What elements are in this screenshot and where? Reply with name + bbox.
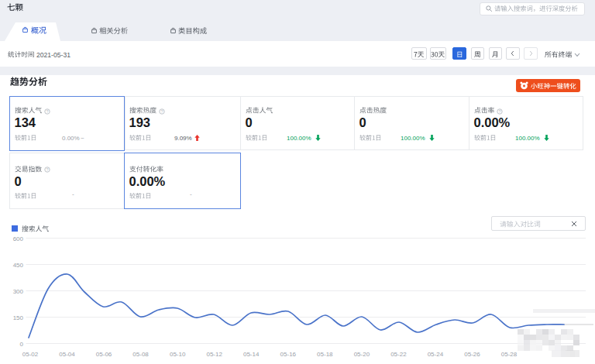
svg-text:05-24: 05-24 (428, 351, 444, 358)
svg-text:150: 150 (13, 314, 24, 321)
svg-text:?: ? (161, 108, 163, 113)
svg-text:05-28: 05-28 (501, 351, 518, 358)
svg-text:05-16: 05-16 (280, 351, 297, 358)
svg-text:05-10: 05-10 (170, 351, 186, 358)
svg-text:05-04: 05-04 (59, 351, 75, 358)
svg-text:05-08: 05-08 (132, 351, 149, 358)
svg-text:450: 450 (13, 262, 24, 269)
svg-text:05-26: 05-26 (464, 351, 480, 358)
svg-text:?: ? (46, 167, 49, 172)
svg-text:?: ? (46, 108, 49, 113)
svg-text:05-12: 05-12 (206, 351, 222, 358)
svg-text:05-14: 05-14 (243, 351, 260, 358)
svg-text:0: 0 (20, 341, 24, 348)
svg-text:05-20: 05-20 (354, 351, 370, 358)
svg-text:300: 300 (13, 288, 24, 295)
svg-text:05-06: 05-06 (96, 351, 112, 358)
svg-text:600: 600 (13, 235, 24, 242)
svg-text:05-18: 05-18 (317, 351, 333, 358)
svg-text:?: ? (499, 108, 501, 113)
svg-text:05-22: 05-22 (390, 351, 407, 358)
svg-text:05-02: 05-02 (22, 351, 39, 358)
